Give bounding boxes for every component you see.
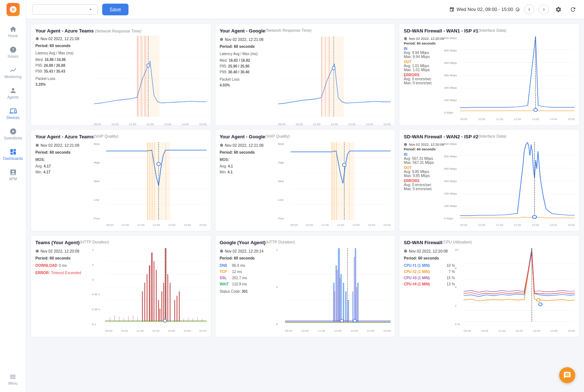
- card-title: SD-WAN Firewall - WAN2 - ISP #2: [404, 134, 478, 139]
- chat-button[interactable]: [559, 367, 575, 383]
- svg-rect-117: [339, 278, 340, 322]
- svg-rect-81: [163, 283, 164, 322]
- card-google-network: Your Agent - Google (Network Response Ti…: [215, 23, 396, 126]
- svg-rect-114: [357, 283, 358, 322]
- svg-rect-115: [334, 291, 335, 322]
- svg-rect-10: [145, 36, 145, 116]
- date-range-display: Wed Nov 02, 09:00 - 15:00: [449, 7, 520, 12]
- svg-point-20: [332, 66, 335, 70]
- svg-rect-110: [345, 291, 346, 322]
- card-header: SD-WAN Firewall (CPU Utilization): [404, 240, 575, 246]
- card-meta: Nov 02 2022, 12:21:08 Period: 60 seconds…: [220, 36, 278, 121]
- svg-rect-80: [161, 291, 162, 322]
- sidebar-menu[interactable]: Menu: [6, 369, 20, 389]
- svg-rect-118: [354, 257, 355, 322]
- svg-point-7: [147, 64, 150, 67]
- card-sdwan-isp1: SD-WAN Firewall - WAN1 - ISP #1 (Interfa…: [399, 23, 580, 126]
- sidebar-item-dashboards[interactable]: Dashboards: [1, 145, 25, 164]
- chart-area: BestHighMedLowPoor: [94, 142, 207, 227]
- sidebar-item-devices-label: Devices: [7, 116, 20, 120]
- card-meta: Nov 02 2022, 12:20:14 Period: 60 seconds…: [220, 248, 276, 333]
- svg-rect-85: [174, 300, 175, 322]
- chart-area: 108420 %: [455, 248, 575, 333]
- svg-rect-95: [184, 319, 184, 322]
- svg-rect-112: [352, 291, 353, 322]
- sidebar-item-monitoring[interactable]: Monitoring: [1, 63, 25, 82]
- sidebar-item-issues-label: Issues: [8, 54, 18, 58]
- sidebar-item-home[interactable]: Home: [1, 22, 25, 42]
- date-range-text: Wed Nov 02, 09:00 - 15:00: [457, 7, 513, 12]
- card-sdwan-isp2: SD-WAN Firewall - WAN2 - ISP #2 (Interfa…: [399, 129, 580, 231]
- card-subtitle: (HTTP Duration): [265, 240, 295, 244]
- svg-rect-71: [142, 291, 143, 322]
- card-azure-network: Your Agent - Azure Teams (Network Respon…: [31, 23, 211, 126]
- card-meta: Nov 02 2022, 12:21:08 Period: 60 seconds…: [35, 142, 94, 227]
- svg-rect-78: [158, 300, 159, 322]
- sidebar-item-home-label: Home: [8, 34, 18, 38]
- chart-area: BestHighMedLowPoor: [278, 142, 391, 227]
- svg-rect-116: [337, 270, 338, 322]
- sidebar-item-issues[interactable]: Issues: [1, 42, 25, 62]
- svg-point-51: [342, 163, 346, 166]
- card-header: Your Agent - Azure Teams (VoIP Quality): [35, 134, 207, 140]
- chart-area: 600 Mbps500 Mbps400 Mbps300 Mbps200 Mbps…: [444, 36, 575, 121]
- settings-button[interactable]: [553, 4, 564, 15]
- svg-rect-12: [142, 36, 143, 116]
- svg-rect-13: [146, 36, 146, 116]
- svg-rect-8: [137, 36, 138, 116]
- svg-rect-108: [340, 274, 342, 322]
- svg-rect-42: [152, 142, 153, 220]
- card-teams-http: Teams (Your Agent) (HTTP Duration) Nov 0…: [31, 235, 211, 337]
- nav-prev-button[interactable]: [524, 4, 534, 15]
- svg-rect-11: [138, 36, 139, 116]
- svg-point-130: [539, 303, 542, 306]
- dashboard-grid: Your Agent - Azure Teams (Network Respon…: [26, 19, 584, 392]
- chevron-down-icon: [88, 7, 93, 12]
- chart-area: 09:0010:0011:0012:0013:0014:0015:00: [94, 36, 207, 121]
- card-meta: Nov 02 2022, 12:20:08 Period: 60 seconds…: [404, 248, 455, 333]
- chart-area: 600 Mbps500 Mbps400 Mbps300 Mbps200 Mbps…: [444, 142, 575, 227]
- svg-rect-73: [147, 274, 148, 322]
- svg-rect-41: [150, 142, 150, 220]
- sidebar-item-dashboards-label: Dashboards: [3, 157, 23, 161]
- svg-point-129: [537, 299, 540, 301]
- svg-rect-75: [151, 253, 153, 322]
- card-meta: Nov 02 2022, 12:20:08 Period: 60 seconds…: [35, 248, 92, 333]
- card-azure-voip: Your Agent - Azure Teams (VoIP Quality) …: [31, 129, 211, 231]
- card-header: Your Agent - Google (VoIP Quality): [220, 134, 391, 140]
- svg-rect-23: [329, 36, 330, 116]
- sidebar-item-agents[interactable]: Agents: [1, 83, 25, 103]
- svg-point-32: [534, 108, 538, 111]
- save-button[interactable]: Save: [102, 4, 128, 15]
- svg-rect-40: [147, 142, 148, 220]
- sidebar-item-devices[interactable]: Devices: [1, 104, 25, 123]
- nav-next-button[interactable]: [539, 4, 549, 15]
- card-subtitle: (Interface Data): [479, 28, 506, 32]
- sidebar-item-speedtests[interactable]: Speedtests: [1, 124, 25, 144]
- topbar: Save Wed Nov 02, 09:00 - 15:00: [26, 0, 584, 19]
- sidebar-item-apm[interactable]: APM: [1, 165, 25, 185]
- chart-area: 1000.40 s0.20 s0 s: [92, 248, 207, 333]
- card-header: Teams (Your Agent) (HTTP Duration): [35, 240, 207, 246]
- refresh-button[interactable]: [568, 4, 578, 15]
- card-title: Google (Your Agent): [220, 240, 266, 245]
- card-subtitle: (VoIP Quality): [265, 134, 290, 138]
- svg-rect-109: [343, 283, 344, 322]
- card-google-voip: Your Agent - Google (VoIP Quality) Nov 0…: [215, 129, 396, 231]
- card-meta: Nov 02 2022, 12:21:08 Period: 60 seconds…: [220, 142, 278, 227]
- card-title: Your Agent - Azure Teams: [35, 28, 95, 34]
- card-title: SD-WAN Firewall - WAN1 - ISP #1: [404, 28, 478, 34]
- svg-rect-76: [154, 261, 155, 322]
- svg-rect-18: [321, 36, 344, 116]
- svg-rect-87: [179, 291, 180, 322]
- svg-rect-77: [156, 270, 157, 322]
- svg-rect-74: [149, 265, 150, 322]
- dashboard-select[interactable]: [32, 4, 98, 15]
- svg-rect-55: [349, 142, 349, 220]
- svg-rect-99: [202, 319, 202, 322]
- svg-rect-96: [188, 318, 188, 322]
- pin-icon: [515, 7, 520, 12]
- card-header: Your Agent - Azure Teams (Network Respon…: [35, 28, 207, 34]
- card-title: Teams (Your Agent): [35, 240, 80, 245]
- sidebar-menu-label: Menu: [8, 381, 18, 385]
